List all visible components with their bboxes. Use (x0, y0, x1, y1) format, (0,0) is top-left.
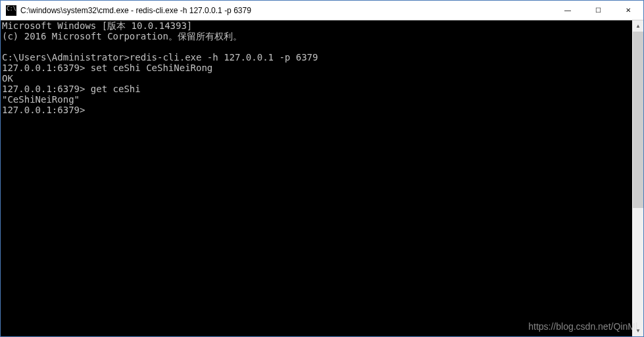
scrollbar-thumb[interactable] (633, 32, 643, 208)
close-button[interactable]: ✕ (613, 1, 643, 20)
titlebar[interactable]: C:\windows\system32\cmd.exe - redis-cli.… (1, 1, 643, 20)
cmd-window: C:\windows\system32\cmd.exe - redis-cli.… (0, 0, 644, 337)
minimize-button[interactable]: — (553, 1, 583, 20)
window-controls: — ☐ ✕ (553, 1, 643, 20)
cmd-icon (6, 5, 16, 16)
scrollbar-track[interactable] (633, 32, 643, 325)
content-area: Microsoft Windows [版本 10.0.14393] (c) 20… (1, 20, 643, 336)
terminal-output[interactable]: Microsoft Windows [版本 10.0.14393] (c) 20… (1, 20, 632, 336)
scroll-down-button[interactable]: ▼ (633, 325, 643, 336)
scroll-up-button[interactable]: ▲ (633, 20, 643, 32)
window-title: C:\windows\system32\cmd.exe - redis-cli.… (20, 6, 251, 15)
maximize-button[interactable]: ☐ (583, 1, 613, 20)
vertical-scrollbar[interactable]: ▲ ▼ (632, 20, 643, 336)
